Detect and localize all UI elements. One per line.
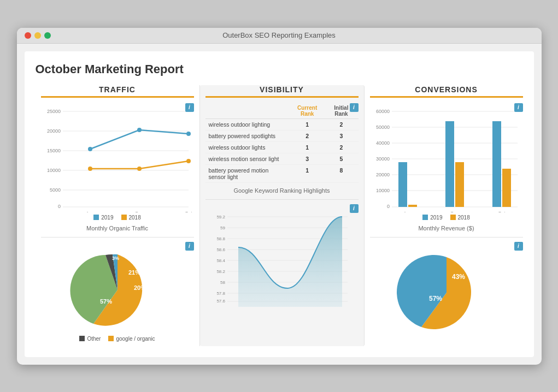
svg-text:57%: 57% xyxy=(100,298,112,305)
svg-text:57%: 57% xyxy=(429,295,442,302)
legend-2018-label: 2018 xyxy=(129,215,141,221)
svg-text:58: 58 xyxy=(220,280,225,285)
traffic-info-icon[interactable]: i xyxy=(185,103,194,112)
svg-text:0: 0 xyxy=(386,204,389,209)
pie-other-label: Other xyxy=(87,336,101,342)
current-rank-cell: 1 xyxy=(290,141,324,153)
svg-text:Aug: Aug xyxy=(85,211,94,212)
svg-rect-66 xyxy=(492,121,501,207)
conv-2019-label: 2019 xyxy=(430,215,442,221)
svg-text:3%: 3% xyxy=(112,256,119,261)
current-rank-header: CurrentRank xyxy=(290,103,324,119)
area-info-icon[interactable]: i xyxy=(350,204,359,213)
initial-rank-cell: 2 xyxy=(324,118,358,130)
maximize-button[interactable] xyxy=(44,32,51,39)
conversions-info-icon[interactable]: i xyxy=(514,103,523,112)
conversions-divider xyxy=(370,237,523,237)
table-row: battery powered spotlights 2 3 xyxy=(205,130,359,141)
initial-rank-cell: 5 xyxy=(324,153,358,164)
main-content: October Marketing Report TRAFFIC i 25000… xyxy=(25,51,534,357)
svg-point-16 xyxy=(137,167,142,171)
kw-header xyxy=(205,103,291,119)
kw-cell: battery powered motion sensor light xyxy=(205,164,291,182)
svg-text:15000: 15000 xyxy=(46,148,60,153)
svg-text:58.2: 58.2 xyxy=(216,269,225,274)
traffic-chart-section: i 25000 20000 15000 10000 5000 0 xyxy=(41,103,194,221)
conv-pie-info-icon[interactable]: i xyxy=(514,242,523,251)
svg-rect-62 xyxy=(398,162,407,207)
svg-text:Oct: Oct xyxy=(497,211,506,212)
visibility-orange-bar xyxy=(205,96,359,98)
svg-text:20%: 20% xyxy=(134,284,146,291)
svg-rect-63 xyxy=(408,205,417,207)
conv-pie-section: i 57% 43% xyxy=(370,242,523,339)
traffic-pie-section: i xyxy=(41,242,194,342)
visibility-divider xyxy=(205,199,359,200)
traffic-pie-info-icon[interactable]: i xyxy=(185,242,194,251)
current-rank-cell: 1 xyxy=(290,118,324,130)
svg-text:57.8: 57.8 xyxy=(216,291,225,296)
conv-2019-dot xyxy=(422,215,428,220)
svg-text:59: 59 xyxy=(220,225,225,230)
conv-pie-chart: 57% 43% xyxy=(392,246,501,339)
svg-text:30000: 30000 xyxy=(375,156,389,162)
visibility-table-section: i CurrentRank InitialRank wireless outdo xyxy=(205,103,359,183)
traffic-column: TRAFFIC i 25000 20000 15000 10000 5000 0 xyxy=(36,85,200,346)
pie-other-dot xyxy=(79,336,85,341)
area-chart: 59.2 59 58.8 58.6 58.4 58.2 58 57.8 57.6… xyxy=(205,209,359,307)
svg-rect-64 xyxy=(445,121,454,207)
svg-text:21%: 21% xyxy=(128,269,140,276)
conversions-legend: 2019 2018 xyxy=(370,215,523,221)
current-rank-cell: 1 xyxy=(290,164,324,182)
traffic-legend: 2019 2018 xyxy=(41,215,194,221)
svg-text:10000: 10000 xyxy=(375,188,389,193)
conv-legend-2018: 2018 xyxy=(450,215,470,221)
svg-text:57.6: 57.6 xyxy=(216,299,225,304)
svg-point-17 xyxy=(186,159,191,163)
minimize-button[interactable] xyxy=(34,32,41,39)
traffic-pie-chart: 57% 21% 20% 3% xyxy=(63,246,172,334)
svg-text:43%: 43% xyxy=(452,273,465,281)
report-title: October Marketing Report xyxy=(36,62,523,76)
title-bar: OuterBox SEO Reporting Examples xyxy=(17,28,542,44)
svg-point-13 xyxy=(137,128,142,132)
current-rank-cell: 2 xyxy=(290,130,324,141)
conversions-orange-bar xyxy=(370,96,523,98)
pie-legend-organic: google / organic xyxy=(108,336,155,342)
svg-text:58.8: 58.8 xyxy=(216,236,225,241)
keyword-table: CurrentRank InitialRank wireless outdoor… xyxy=(205,103,359,183)
top-columns: TRAFFIC i 25000 20000 15000 10000 5000 0 xyxy=(36,85,523,346)
table-row: battery powered motion sensor light 1 8 xyxy=(205,164,359,182)
svg-text:58.4: 58.4 xyxy=(216,258,225,263)
initial-rank-cell: 8 xyxy=(324,164,358,182)
svg-text:Sep: Sep xyxy=(450,211,459,212)
legend-2019-label: 2019 xyxy=(101,215,113,221)
svg-text:20000: 20000 xyxy=(46,128,60,134)
pie-legend-other: Other xyxy=(79,336,101,342)
kw-cell: battery powered spotlights xyxy=(205,130,291,141)
traffic-orange-bar xyxy=(41,96,194,98)
svg-text:0: 0 xyxy=(57,204,60,209)
svg-text:10000: 10000 xyxy=(46,168,60,173)
pie-organic-dot xyxy=(108,336,114,341)
app-window: OuterBox SEO Reporting Examples October … xyxy=(17,28,542,365)
table-row: wireless outdoor lighting 1 2 xyxy=(205,118,359,130)
conversions-column: CONVERSIONS i 60000 50000 40000 30000 20… xyxy=(365,85,528,346)
svg-text:20000: 20000 xyxy=(375,172,389,177)
close-button[interactable] xyxy=(25,32,31,39)
traffic-pie-legend: Other google / organic xyxy=(41,336,194,342)
svg-text:57.4: 57.4 xyxy=(216,306,225,307)
legend-2019-dot xyxy=(93,215,99,220)
window-controls xyxy=(25,32,51,39)
svg-text:Oct: Oct xyxy=(184,211,192,212)
traffic-line-chart: 25000 20000 15000 10000 5000 0 xyxy=(41,103,194,212)
kw-cell: wireless outdoor lighting xyxy=(205,118,291,130)
svg-point-12 xyxy=(88,147,92,151)
visibility-heading: VISIBILITY xyxy=(205,85,359,94)
conv-2018-label: 2018 xyxy=(458,215,470,221)
area-chart-section: i 59.2 59 58.8 58.6 58.4 58.2 58 57.8 57… xyxy=(205,204,359,307)
visibility-column: VISIBILITY i CurrentRank InitialRank xyxy=(200,85,365,346)
svg-point-14 xyxy=(186,132,191,136)
visibility-info-icon[interactable]: i xyxy=(350,103,359,112)
svg-text:Sep: Sep xyxy=(134,211,143,212)
